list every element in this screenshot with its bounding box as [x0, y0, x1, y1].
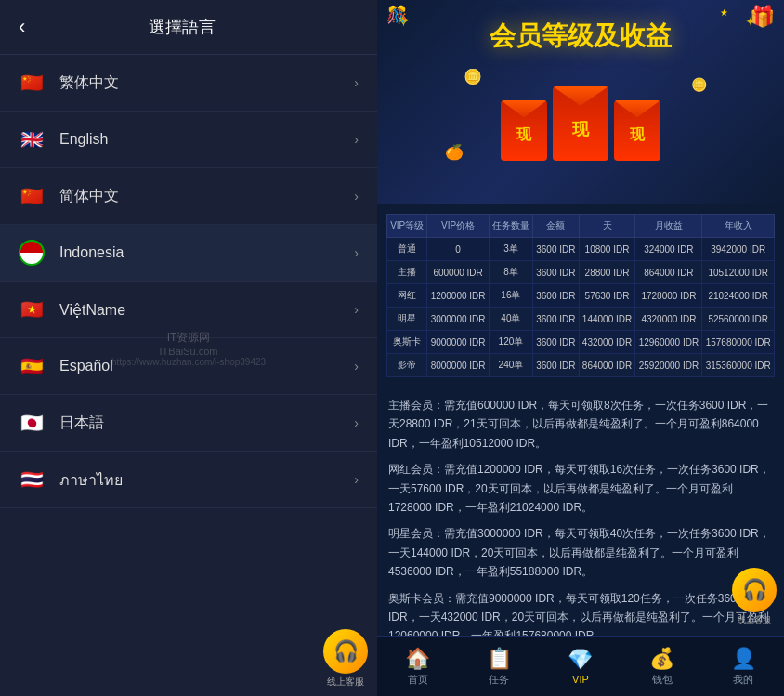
hero-title: 会员等级及收益	[386, 19, 775, 54]
description-paragraph: 主播会员：需充值600000 IDR，每天可领取8次任务，一次任务3600 ID…	[388, 396, 773, 453]
flag-icon: 🇹🇭	[19, 466, 45, 492]
nav-label-home: 首页	[408, 673, 428, 687]
envelope-text-3: 现	[630, 125, 645, 145]
page-title: 選擇語言	[34, 16, 329, 38]
table-cell: 影帝	[387, 354, 427, 377]
envelope-group: 🪙 🪙 🍊 现 现 现	[501, 86, 660, 161]
language-item-simplified-chinese[interactable]: 🇨🇳 简体中文 ›	[0, 168, 377, 225]
envelope-flap-3	[614, 100, 660, 126]
language-item-japanese[interactable]: 🇯🇵 日本語 ›	[0, 395, 377, 452]
language-item-english[interactable]: 🇬🇧 English ›	[0, 112, 377, 168]
table-row: 奥斯卡9000000 IDR120单3600 IDR432000 IDR1296…	[387, 331, 775, 354]
flag-icon: 🇯🇵	[19, 410, 45, 436]
chevron-right-icon: ›	[354, 359, 359, 374]
envelope-flap-2	[553, 86, 608, 116]
nav-icon-vip: 💎	[568, 648, 593, 672]
chevron-right-icon: ›	[354, 189, 359, 204]
table-header-cell: 任务数量	[489, 215, 532, 238]
flag-icon: 🇪🇸	[19, 353, 45, 379]
description-paragraph: 网红会员：需充值1200000 IDR，每天可领取16次任务，一次任务3600 …	[388, 460, 773, 517]
nav-label-vip: VIP	[572, 674, 589, 685]
language-list: 🇨🇳 繁体中文 › 🇬🇧 English › 🇨🇳 简体中文 › Indones…	[0, 55, 377, 622]
left-customer-service-button[interactable]: 🎧 线上客服	[323, 629, 368, 689]
star-deco-3: ★	[720, 7, 728, 18]
coin-deco-2: 🪙	[691, 77, 707, 92]
table-cell: 1728000 IDR	[635, 284, 702, 308]
envelope-text-2: 现	[572, 118, 589, 140]
nav-item-wallet[interactable]: 💰 钱包	[621, 647, 703, 687]
description-paragraph: 明星会员：需充值3000000 IDR，每天可领取40次任务，一次任务3600 …	[388, 524, 773, 581]
language-item-traditional-chinese[interactable]: 🇨🇳 繁体中文 ›	[0, 55, 377, 112]
table-header-cell: VIP等级	[387, 215, 427, 238]
table-cell: 240单	[489, 354, 532, 377]
right-content: ✦ ✦ ★ 🎁 🎊 会员等级及收益 🪙 🪙 🍊 现	[377, 0, 784, 696]
chevron-right-icon: ›	[354, 132, 359, 147]
table-header-cell: 月收益	[635, 215, 702, 238]
table-cell: 3600 IDR	[533, 331, 580, 354]
language-name: 日本語	[59, 414, 354, 433]
flag-icon: 🇬🇧	[19, 126, 45, 152]
table-cell: 9000000 IDR	[427, 331, 489, 354]
table-cell: 864000 IDR	[635, 261, 702, 284]
nav-label-profile: 我的	[733, 673, 753, 687]
language-name: Español	[59, 358, 354, 374]
table-cell: 600000 IDR	[427, 261, 489, 284]
chevron-right-icon: ›	[354, 415, 359, 430]
table-cell: 25920000 IDR	[635, 354, 702, 377]
nav-item-vip[interactable]: 💎 VIP	[540, 648, 621, 685]
flag-icon: 🇨🇳	[19, 70, 45, 96]
coin-deco-3: 🍊	[445, 143, 464, 161]
hero-section: ✦ ✦ ★ 🎁 🎊 会员等级及收益 🪙 🪙 🍊 现	[377, 0, 784, 204]
language-name: 简体中文	[59, 187, 354, 206]
table-cell: 8000000 IDR	[427, 354, 489, 377]
table-cell: 3600 IDR	[533, 308, 580, 331]
right-cs-label: 线上客服	[738, 614, 771, 626]
table-cell: 144000 IDR	[579, 308, 635, 331]
table-cell: 21024000 IDR	[702, 284, 775, 308]
language-item-vietnamese[interactable]: 🇻🇳 ViệtName ›	[0, 282, 377, 338]
table-row: 影帝8000000 IDR240单3600 IDR864000 IDR25920…	[387, 354, 775, 377]
table-cell: 3942000 IDR	[702, 238, 775, 261]
left-header: ‹ 選擇語言	[0, 0, 377, 55]
envelope-flap-1	[501, 100, 547, 126]
language-item-indonesian[interactable]: Indonesia ›	[0, 225, 377, 282]
table-header-row: VIP等级VIP价格任务数量金额天月收益年收入	[387, 215, 775, 238]
table-cell: 52560000 IDR	[702, 308, 775, 331]
description-section: 主播会员：需充值600000 IDR，每天可领取8次任务，一次任务3600 ID…	[377, 387, 784, 663]
nav-item-profile[interactable]: 👤 我的	[702, 647, 784, 687]
envelope-text-1: 现	[516, 125, 531, 145]
table-cell: 3600 IDR	[533, 261, 580, 284]
table-cell: 864000 IDR	[579, 354, 635, 377]
table-cell: 324000 IDR	[635, 238, 702, 261]
nav-item-home[interactable]: 🏠 首页	[377, 647, 459, 687]
table-cell: 432000 IDR	[579, 331, 635, 354]
right-customer-service-button[interactable]: 🎧 线上客服	[732, 568, 777, 626]
table-row: 明星3000000 IDR40单3600 IDR144000 IDR432000…	[387, 308, 775, 331]
table-cell: 明星	[387, 308, 427, 331]
table-row: 网红1200000 IDR16单3600 IDR57630 IDR1728000…	[387, 284, 775, 308]
chevron-right-icon: ›	[354, 302, 359, 317]
language-item-spanish[interactable]: 🇪🇸 Español ›	[0, 338, 377, 395]
nav-icon-wallet: 💰	[649, 647, 674, 671]
table-row: 主播600000 IDR8单3600 IDR28800 IDR864000 ID…	[387, 261, 775, 284]
table-cell: 315360000 IDR	[702, 354, 775, 377]
table-cell: 28800 IDR	[579, 261, 635, 284]
table-cell: 157680000 IDR	[702, 331, 775, 354]
table-cell: 8单	[489, 261, 532, 284]
flag-icon	[19, 240, 45, 266]
table-cell: 120单	[489, 331, 532, 354]
table-cell: 12960000 IDR	[635, 331, 702, 354]
table-header-cell: 金额	[533, 215, 580, 238]
language-name: Indonesia	[59, 244, 354, 261]
table-cell: 40单	[489, 308, 532, 331]
language-selection-panel: ‹ 選擇語言 🇨🇳 繁体中文 › 🇬🇧 English › 🇨🇳 简体中文 › …	[0, 0, 377, 696]
language-item-thai[interactable]: 🇹🇭 ภาษาไทย ›	[0, 452, 377, 508]
language-name: English	[59, 131, 354, 148]
nav-item-tasks[interactable]: 📋 任务	[459, 647, 541, 687]
back-button[interactable]: ‹	[19, 15, 25, 39]
language-name: ภาษาไทย	[59, 468, 354, 492]
table-cell: 16单	[489, 284, 532, 308]
table-cell: 3600 IDR	[533, 284, 580, 308]
hero-decorations: 🪙 🪙 🍊 现 现 现	[386, 63, 775, 184]
table-cell: 0	[427, 238, 489, 261]
